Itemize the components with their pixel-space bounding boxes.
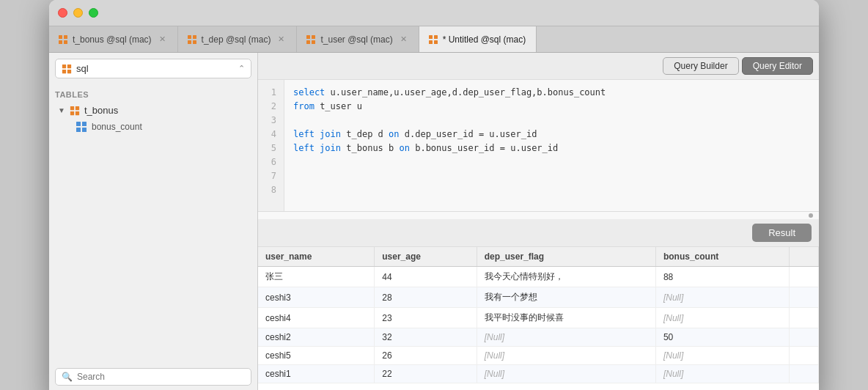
svg-rect-15	[434, 40, 438, 44]
result-button[interactable]: Result	[752, 224, 812, 242]
svg-rect-0	[59, 35, 62, 39]
cell-user_age: 28	[375, 287, 477, 308]
cell-user_name: ceshi5	[258, 347, 375, 365]
code-editor[interactable]: select u.user_name,u.user_age,d.dep_user…	[284, 80, 819, 211]
column-item-bonus-count[interactable]: bonus_count	[55, 119, 251, 135]
tab-bar: t_bonus @sql (mac) ✕ t_dep @sql (mac) ✕ …	[49, 26, 819, 53]
close-button[interactable]	[58, 8, 67, 18]
svg-rect-18	[62, 69, 66, 73]
results-area[interactable]: user_name user_age dep_user_flag bonus_c…	[258, 247, 819, 390]
tab-icon-t-bonus	[58, 34, 68, 45]
cell-user_name: ceshi3	[258, 287, 375, 308]
cell-user_name: 张三	[258, 267, 375, 287]
sidebar-search: 🔍	[55, 368, 251, 386]
tab-t-bonus[interactable]: t_bonus @sql (mac) ✕	[49, 26, 178, 52]
cell-bonus_count: [Null]	[655, 347, 789, 365]
query-builder-button[interactable]: Query Builder	[663, 57, 738, 75]
search-input[interactable]	[77, 372, 245, 382]
cell-extra	[790, 328, 819, 347]
table-row: 张三44我今天心情特别好，88	[258, 267, 819, 287]
table-grid-icon	[70, 106, 80, 116]
svg-rect-24	[76, 122, 81, 126]
svg-rect-9	[312, 35, 315, 39]
cell-dep_user_flag: 我有一个梦想	[477, 287, 655, 308]
cell-extra	[790, 365, 819, 383]
cell-dep_user_flag: [Null]	[477, 365, 655, 383]
svg-rect-23	[76, 111, 79, 114]
table-row: ceshi232[Null]50	[258, 328, 819, 347]
svg-rect-7	[193, 40, 196, 44]
cell-bonus_count: [Null]	[655, 287, 789, 308]
table-item-t-bonus[interactable]: ▼ t_bonus	[55, 102, 251, 119]
maximize-button[interactable]	[89, 8, 98, 18]
tab-icon-t-dep	[187, 34, 197, 45]
main-window: t_bonus @sql (mac) ✕ t_dep @sql (mac) ✕ …	[49, 0, 819, 390]
svg-rect-20	[70, 106, 74, 109]
svg-rect-12	[429, 35, 433, 39]
query-editor-button[interactable]: Query Editor	[742, 57, 813, 75]
svg-rect-6	[188, 40, 191, 44]
minimize-button[interactable]	[73, 8, 83, 18]
table-row: ceshi423我平时没事的时候喜[Null]	[258, 308, 819, 328]
svg-rect-11	[312, 40, 315, 44]
right-panel: Query Builder Query Editor 1 2 3 4 5 6 7…	[258, 53, 819, 390]
query-toolbar: Query Builder Query Editor	[258, 53, 819, 80]
table-row: ceshi122[Null][Null]	[258, 365, 819, 383]
svg-rect-21	[76, 106, 79, 109]
tab-t-dep[interactable]: t_dep @sql (mac) ✕	[178, 26, 298, 52]
table-row: ceshi526[Null][Null]	[258, 347, 819, 365]
tab-label-untitled: * Untitled @sql (mac)	[443, 34, 526, 45]
cell-bonus_count: 50	[655, 328, 789, 347]
column-name-label: bonus_count	[92, 122, 142, 132]
cell-user_name: ceshi4	[258, 308, 375, 328]
cell-extra	[790, 308, 819, 328]
results-table: user_name user_age dep_user_flag bonus_c…	[258, 247, 819, 383]
scroll-dot	[809, 213, 813, 218]
tab-label-t-user: t_user @sql (mac)	[320, 34, 392, 45]
cell-extra	[790, 347, 819, 365]
tab-untitled[interactable]: * Untitled @sql (mac)	[419, 26, 537, 52]
tab-t-user[interactable]: t_user @sql (mac) ✕	[297, 26, 419, 52]
cell-bonus_count: 88	[655, 267, 789, 287]
tab-close-t-bonus[interactable]: ✕	[156, 33, 169, 45]
main-content: sql ⌃ TABLES ▼ t_bonus bonus_count	[49, 53, 819, 390]
dropdown-arrow-icon: ⌃	[238, 64, 245, 73]
table-name-label: t_bonus	[84, 105, 118, 116]
col-header-bonus-count: bonus_count	[655, 247, 789, 267]
svg-rect-14	[429, 40, 433, 44]
tab-close-t-user[interactable]: ✕	[397, 33, 410, 45]
search-icon: 🔍	[62, 372, 73, 382]
tab-label-t-dep: t_dep @sql (mac)	[202, 34, 271, 45]
svg-rect-4	[188, 35, 191, 39]
cell-extra	[790, 287, 819, 308]
cell-extra	[790, 267, 819, 287]
svg-rect-2	[59, 40, 62, 44]
svg-rect-19	[67, 69, 71, 73]
col-header-user-name: user_name	[258, 247, 375, 267]
tables-label: TABLES	[55, 87, 251, 102]
svg-rect-22	[70, 111, 74, 114]
editor-area[interactable]: 1 2 3 4 5 6 7 8 select u.user_name,u.use…	[258, 80, 819, 212]
svg-rect-26	[76, 128, 81, 132]
svg-rect-16	[62, 64, 66, 67]
col-header-user-age: user_age	[375, 247, 477, 267]
col-header-dep-user-flag: dep_user_flag	[477, 247, 655, 267]
table-row: ceshi328我有一个梦想[Null]	[258, 287, 819, 308]
svg-rect-13	[434, 35, 438, 39]
tables-section: TABLES ▼ t_bonus bonus_count	[49, 84, 257, 138]
tab-label-t-bonus: t_bonus @sql (mac)	[73, 34, 152, 45]
cell-user_age: 44	[375, 267, 477, 287]
tab-close-t-dep[interactable]: ✕	[275, 33, 287, 45]
cell-user_name: ceshi1	[258, 365, 375, 383]
db-selector[interactable]: sql ⌃	[55, 59, 251, 78]
cell-user_name: ceshi2	[258, 328, 375, 347]
svg-rect-27	[82, 128, 87, 132]
cell-user_age: 32	[375, 328, 477, 347]
svg-rect-25	[82, 122, 87, 126]
cell-user_age: 22	[375, 365, 477, 383]
column-icon	[76, 121, 87, 133]
svg-rect-1	[64, 35, 67, 39]
svg-rect-3	[64, 40, 67, 44]
sidebar: sql ⌃ TABLES ▼ t_bonus bonus_count	[49, 53, 258, 390]
line-numbers: 1 2 3 4 5 6 7 8	[258, 80, 284, 211]
